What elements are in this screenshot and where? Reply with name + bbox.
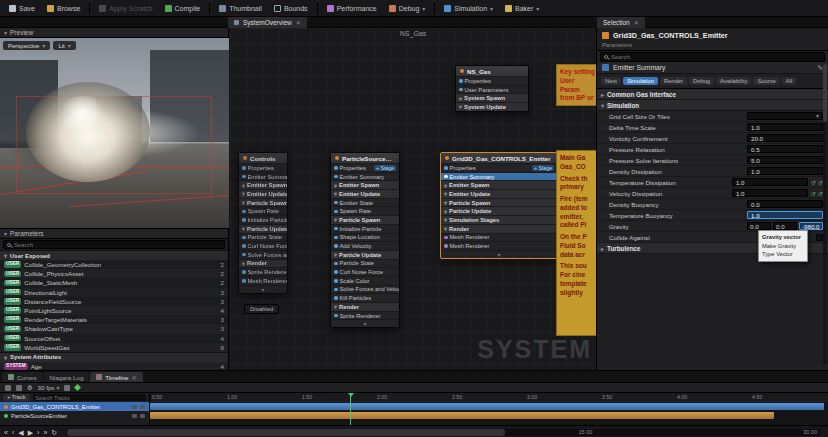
node-row[interactable]: Particle State: [239, 233, 287, 242]
category-tab-active[interactable]: Simulation: [623, 77, 658, 85]
node-group-row[interactable]: ▾Particle Spawn: [239, 198, 287, 207]
performance-button[interactable]: Performance: [322, 1, 382, 15]
play-button[interactable]: ▶: [28, 426, 33, 437]
emitter-lifetime-bar[interactable]: [150, 412, 774, 419]
node-row[interactable]: Initialize Particle: [331, 224, 399, 233]
node-row[interactable]: Solve Forces and Velocity: [239, 250, 287, 259]
node-group-row[interactable]: ▾Emitter Spawn: [441, 180, 557, 189]
play-reverse-button[interactable]: ◀: [18, 426, 23, 437]
node-row[interactable]: Sprite Renderer: [239, 267, 287, 276]
node-group-row[interactable]: ▾Emitter Spawn: [239, 180, 287, 189]
parameter-row[interactable]: USERShadowCastType3: [0, 324, 228, 333]
step-forward-button[interactable]: ›: [37, 426, 39, 437]
node-group-row[interactable]: ▾Render: [441, 224, 557, 233]
scrollbar-thumb[interactable]: [67, 429, 505, 436]
reset-icon[interactable]: ↺: [811, 190, 816, 197]
node-row[interactable]: Spawn Rate: [239, 206, 287, 215]
emitter-lifetime-bar[interactable]: [150, 403, 824, 410]
node-row[interactable]: Mesh Renderer: [239, 276, 287, 285]
node-row[interactable]: Emitter State: [331, 198, 399, 207]
fps-dropdown[interactable]: 30 fps▾: [38, 384, 60, 391]
grid-cell-size-dropdown[interactable]: ▾: [747, 112, 823, 120]
timeline-ruler[interactable]: 0.50 1.00 1.50 2.00 2.50 3.00 3.50 4.00 …: [150, 393, 828, 402]
node-group-row[interactable]: ▾Particle Update: [239, 224, 287, 233]
node-row[interactable]: Properties: [239, 163, 287, 172]
node-row[interactable]: Solve Forces and Velocity: [331, 285, 399, 294]
node-row-selected[interactable]: Emitter Summary: [441, 172, 557, 181]
search-input[interactable]: Search: [600, 52, 825, 62]
keyframe-icon[interactable]: [74, 384, 81, 391]
node-collapse-button[interactable]: ▾: [331, 319, 399, 327]
apply-scratch-button[interactable]: Apply Scratch: [94, 1, 157, 15]
add-stage-button[interactable]: + Stage: [374, 165, 396, 171]
temperature-dissipation-field[interactable]: 1.0: [732, 178, 808, 186]
track-lane[interactable]: [150, 402, 828, 411]
parameter-row[interactable]: USERCollide_PhysicsAsset2: [0, 269, 228, 278]
node-row[interactable]: Kill Particles: [331, 293, 399, 302]
track-row-grid3d[interactable]: Grid3D_Gas_CONTROLS_Emitter: [0, 402, 149, 411]
category-tab[interactable]: Next: [601, 77, 621, 85]
track-lock-icon[interactable]: [140, 405, 145, 409]
node-group-row[interactable]: ▾Emitter Update: [239, 189, 287, 198]
vorticity-confinement-field[interactable]: 20.0: [747, 134, 823, 142]
node-group-row[interactable]: ▾Particle Spawn: [331, 215, 399, 224]
baker-dropdown[interactable]: Baker▾: [500, 1, 544, 15]
track-row-particle-source[interactable]: ParticleSourceEmitter: [0, 411, 149, 420]
camera-mode-dropdown[interactable]: Perspective▾: [3, 41, 50, 50]
view-mode-dropdown[interactable]: Lit▾: [53, 41, 75, 50]
category-tab[interactable]: Debug: [689, 77, 714, 85]
add-stage-button[interactable]: + Stage: [532, 165, 554, 171]
node-group-row[interactable]: ▾Particle Update: [441, 206, 557, 215]
scrollbar-thumb[interactable]: [823, 64, 827, 122]
settings-gear-icon[interactable]: ⚙: [27, 384, 33, 391]
node-row[interactable]: Spawn Rate: [331, 206, 399, 215]
track-lock-icon[interactable]: [140, 414, 145, 418]
node-row[interactable]: Properties: [456, 76, 528, 85]
node-row[interactable]: Sprite Renderer: [331, 311, 399, 320]
node-collapse-button[interactable]: ▾: [239, 285, 287, 293]
go-to-end-button[interactable]: »: [43, 426, 47, 437]
parameter-row[interactable]: USERRenderTargetMaterials3: [0, 315, 228, 324]
bounds-button[interactable]: Bounds: [269, 1, 313, 15]
node-row[interactable]: Emitter Summary: [239, 172, 287, 181]
node-row[interactable]: User Parameters: [456, 85, 528, 94]
tab-curves[interactable]: Curves: [2, 372, 43, 382]
node-row[interactable]: Properties+ Stage: [441, 163, 557, 172]
track-toggle-icon[interactable]: [132, 414, 137, 418]
node-row[interactable]: Shape Location: [331, 233, 399, 242]
close-icon[interactable]: ✕: [634, 19, 639, 26]
node-row[interactable]: Properties+ Stage: [331, 163, 399, 172]
close-icon[interactable]: ✕: [131, 374, 136, 381]
add-track-button[interactable]: + Track: [3, 394, 30, 401]
density-buoyancy-field[interactable]: 0.0: [747, 200, 823, 208]
node-row[interactable]: Initialize Particle: [239, 215, 287, 224]
browse-button[interactable]: Browse: [42, 1, 85, 15]
section-simulation[interactable]: ▾Simulation: [597, 100, 828, 111]
search-input[interactable]: Search: [3, 240, 225, 249]
node-row[interactable]: Mesh Renderer: [441, 233, 557, 242]
pressure-relaxation-field[interactable]: 0.5: [747, 145, 823, 153]
gravity-y-field[interactable]: 0.0: [773, 222, 797, 230]
node-row[interactable]: Particle State: [331, 259, 399, 268]
node-row[interactable]: Curl Noise Force: [331, 267, 399, 276]
density-dissipation-field[interactable]: 1.0: [747, 167, 823, 175]
step-back-button[interactable]: ‹: [12, 426, 14, 437]
velocity-dissipation-field[interactable]: 1.0: [732, 189, 808, 197]
category-tab[interactable]: Availability: [716, 77, 751, 85]
parameter-row[interactable]: USERWorldSpeedGas8: [0, 343, 228, 352]
node-group-row[interactable]: ▾Render: [331, 302, 399, 311]
tab-niagara-log[interactable]: Niagara Log: [44, 372, 90, 382]
tab-timeline[interactable]: Timeline✕: [90, 372, 142, 382]
track-lane[interactable]: [150, 411, 828, 420]
node-group-row[interactable]: ▾Simulation Stages: [441, 215, 557, 224]
sticky-note-key-settings[interactable]: Key setting User Param from BP or: [556, 64, 596, 106]
emitter-summary-row[interactable]: Emitter Summary ✎: [597, 62, 828, 74]
node-group-row[interactable]: ▾Emitter Spawn: [331, 180, 399, 189]
section-system-attributes[interactable]: ▾System Attributes: [0, 352, 228, 362]
playhead[interactable]: [350, 393, 351, 425]
parameter-row[interactable]: USERDirectionalLight3: [0, 288, 228, 297]
parameter-row[interactable]: USERSourceOffset4: [0, 334, 228, 343]
node-row[interactable]: Curl Noise Force: [239, 241, 287, 250]
category-tab[interactable]: Source: [753, 77, 779, 85]
filter-icon[interactable]: [64, 385, 70, 391]
